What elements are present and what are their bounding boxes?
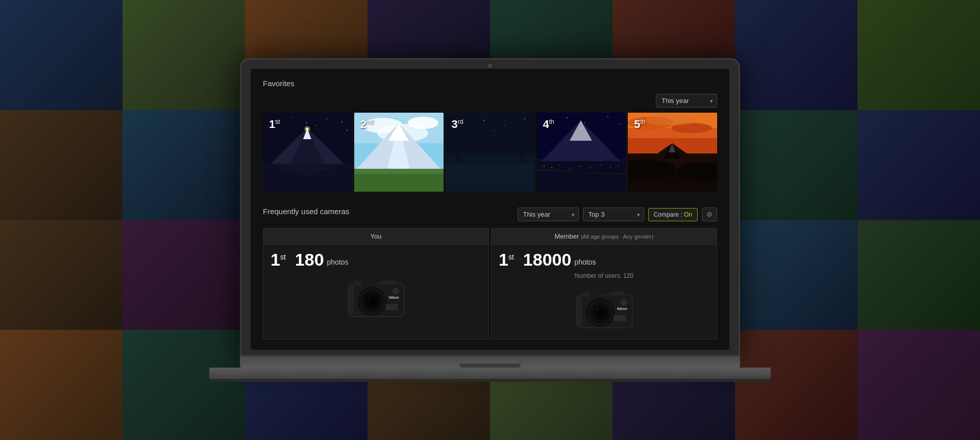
you-rank: 1st [271,251,286,268]
svg-rect-96 [609,292,625,296]
svg-point-13 [304,126,310,132]
svg-point-89 [393,288,399,294]
rank-label-4: 4th [543,118,554,131]
bg-photo [857,330,980,440]
svg-point-46 [567,117,568,118]
bg-photo [735,330,857,440]
bg-photo [122,110,245,220]
bg-photo [735,220,857,330]
laptop-bottom-edge [240,356,740,368]
svg-point-54 [551,167,552,168]
svg-point-49 [620,123,621,124]
member-photos-label: photos [574,258,596,266]
svg-point-32 [524,118,525,119]
svg-point-4 [326,118,327,119]
favorites-photo-1[interactable]: 1st [263,113,352,192]
svg-point-87 [368,297,371,300]
laptop-screen: Favorites This year All time This month [251,69,729,350]
nikon-camera-svg-you: Nikon [340,273,412,322]
bg-photo [735,0,857,110]
svg-point-2 [290,116,291,117]
bg-photo [857,0,980,110]
svg-point-33 [458,133,458,133]
bg-photo [0,110,122,220]
compare-button[interactable]: Compare : On [648,208,698,221]
member-users-count: Number of users: 120 [499,272,709,279]
rank-label-5: 5th [634,118,645,131]
favorites-photo-4[interactable]: 4th [536,113,626,192]
svg-point-57 [579,166,580,167]
cameras-year-filter[interactable]: This year All time This month [518,208,579,221]
gear-button[interactable]: ⚙ [702,208,717,221]
svg-point-31 [504,125,505,126]
you-panel-body: 1st 180 photos [263,245,488,328]
member-photos-count: 18000 [523,251,572,268]
svg-rect-107 [582,293,590,297]
app-content: Favorites This year All time This month [251,69,729,350]
svg-rect-108 [577,296,582,326]
nikon-camera-svg-member: Nikon [569,284,640,333]
bg-photo [735,110,857,220]
you-photos-count: 180 [295,251,324,268]
cameras-top-filter[interactable]: Top 3 Top 5 Top 10 [583,208,644,221]
member-rank-row: 1st 18000 photos [499,251,709,268]
svg-rect-90 [385,304,398,310]
bg-photo [857,110,980,220]
member-rank: 1st [499,251,514,268]
svg-rect-91 [354,281,362,286]
you-photos-count-wrapper: 180 photos [295,251,349,268]
member-photos-wrapper: 18000 photos [523,251,596,268]
bg-photo [857,220,980,330]
svg-rect-80 [381,280,397,284]
you-photos-label: photos [327,258,349,266]
cameras-year-filter-wrapper: This year All time This month [518,208,579,221]
svg-text:Nikon: Nikon [389,296,399,299]
svg-rect-52 [536,161,626,192]
laptop-base [209,368,771,382]
favorites-photos-row: 1st [263,113,717,192]
cameras-header-row: Frequently used cameras This year All ti… [263,207,717,222]
cameras-section: Frequently used cameras This year All ti… [263,207,717,340]
rank-label-3: 3rd [452,118,463,131]
bg-photo [122,220,245,330]
svg-point-3 [306,122,307,123]
svg-rect-26 [354,174,444,192]
you-panel-header: You [263,228,488,245]
svg-point-53 [544,166,545,167]
member-panel: Member (All age groups · Any gender) 1st [491,228,717,340]
svg-point-6 [285,127,286,128]
cameras-filters: This year All time This month Top 3 Top … [518,208,717,221]
favorites-photo-2[interactable]: 2nd [354,113,444,192]
svg-point-60 [610,167,611,168]
gear-icon: ⚙ [706,211,713,218]
favorites-year-filter[interactable]: This year All time This month [656,94,717,108]
svg-point-47 [585,122,585,123]
svg-point-55 [559,165,560,166]
svg-rect-42 [446,166,535,168]
svg-point-105 [621,299,627,305]
svg-point-48 [607,116,608,117]
favorites-section: Favorites This year All time This month [263,79,717,192]
favorites-header: This year All time This month [263,94,717,108]
svg-point-61 [618,165,619,166]
favorites-title: Favorites [263,79,717,88]
svg-point-59 [600,165,601,166]
svg-point-34 [494,130,495,131]
you-rank-row: 1st 180 photos [271,251,481,268]
bg-photo [0,330,122,440]
svg-point-58 [590,167,591,168]
svg-point-5 [341,121,342,122]
rank-label-1: 1st [269,118,280,131]
laptop-bezel: Favorites This year All time This month [240,58,740,356]
bg-photo [0,220,122,330]
favorites-photo-5[interactable]: 5th [628,113,717,192]
svg-point-56 [569,168,570,169]
favorites-photo-3[interactable]: 3rd [446,113,535,192]
svg-point-103 [596,308,599,312]
cameras-top-filter-wrapper: Top 3 Top 5 Top 10 [583,208,644,221]
svg-rect-41 [446,164,535,192]
svg-text:Nikon: Nikon [617,307,627,310]
favorites-filter-wrapper: This year All time This month [656,94,717,108]
bg-photo [122,0,245,110]
svg-point-7 [316,125,317,126]
